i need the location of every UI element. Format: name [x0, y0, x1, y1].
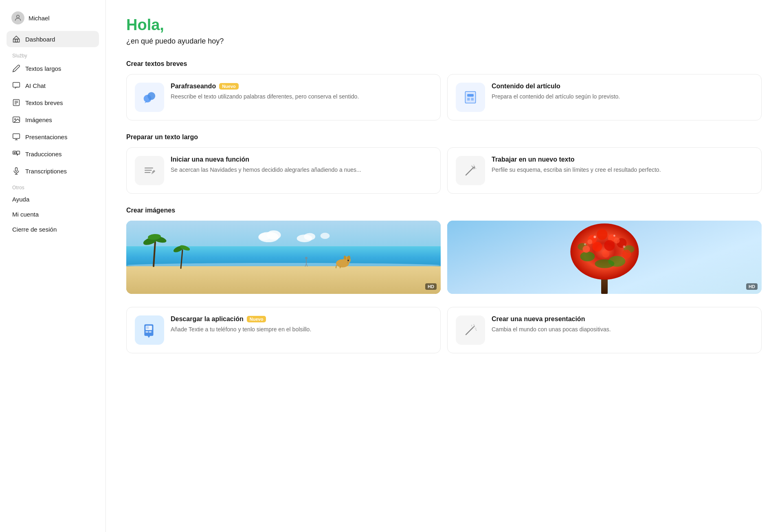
- iniciar-icon-bg: [135, 156, 164, 185]
- parafraseando-content: Parafraseando Nuevo Reescribe el texto u…: [171, 83, 432, 101]
- svg-point-53: [580, 252, 595, 261]
- section-crear-imagenes: Crear imágenes: [126, 207, 762, 214]
- main-content: Hola, ¿en qué puedo ayudarle hoy? Crear …: [106, 0, 782, 532]
- subtitle-text: ¿en qué puedo ayudarle hoy?: [126, 37, 762, 46]
- dashboard-label: Dashboard: [25, 36, 55, 43]
- person-svg: [304, 256, 309, 267]
- trabajar-icon-bg: [456, 156, 485, 185]
- sidebar-item-ayuda[interactable]: Ayuda: [7, 192, 99, 206]
- svg-point-37: [320, 233, 329, 239]
- svg-line-79: [466, 328, 473, 335]
- section-crear-textos: Crear textos breves: [126, 60, 762, 68]
- sidebar-item-mi-cuenta[interactable]: Mi cuenta: [7, 207, 99, 221]
- svg-rect-23: [471, 98, 474, 101]
- cards-preparar: Iniciar una nueva función Se acercan las…: [126, 147, 762, 194]
- svg-point-72: [584, 243, 586, 245]
- contenido-title: Contenido del artículo: [492, 83, 560, 90]
- flower-scene: [447, 221, 762, 294]
- monitor-icon: [12, 133, 20, 141]
- descargar-desc: Añade Textie a tu teléfono y tenlo siemp…: [171, 325, 432, 334]
- edit-lines-icon: [142, 163, 157, 178]
- nav-label: Imágenes: [25, 116, 52, 123]
- iniciar-title-row: Iniciar una nueva función: [171, 156, 432, 163]
- svg-marker-78: [147, 336, 150, 338]
- iniciar-title: Iniciar una nueva función: [171, 156, 249, 163]
- parafraseando-desc: Reescribe el texto utilizando palabras d…: [171, 92, 432, 101]
- svg-point-66: [587, 239, 592, 244]
- images-row: HD: [126, 221, 762, 294]
- trabajar-content: Trabajar en un nuevo texto Perfile su es…: [492, 156, 753, 174]
- card-iniciar-funcion[interactable]: Iniciar una nueva función Se acercan las…: [126, 147, 441, 194]
- card-trabajar-texto[interactable]: Trabajar en un nuevo texto Perfile su es…: [447, 147, 762, 194]
- svg-point-65: [604, 240, 615, 250]
- article-icon: [463, 90, 478, 105]
- svg-rect-9: [13, 134, 20, 139]
- card-descargar-app[interactable]: Descargar la aplicación Nuevo Añade Text…: [126, 307, 441, 353]
- svg-rect-2: [13, 83, 20, 88]
- sidebar-item-imagenes[interactable]: Imágenes: [7, 112, 99, 128]
- sidebar-item-dashboard[interactable]: Dashboard: [7, 31, 99, 47]
- presentacion-icon-bg: [456, 315, 485, 345]
- descargar-badge: Nuevo: [247, 316, 266, 322]
- trabajar-title-row: Trabajar en un nuevo texto: [492, 156, 753, 163]
- nav-label: Transcriptiones: [25, 168, 67, 175]
- home-icon: [12, 35, 20, 43]
- svg-point-55: [595, 259, 614, 268]
- sidebar-item-presentaciones[interactable]: Presentaciones: [7, 129, 99, 145]
- svg-rect-21: [467, 94, 474, 96]
- svg-point-69: [593, 236, 596, 238]
- sidebar-item-transcriptiones[interactable]: Transcriptiones: [7, 163, 99, 179]
- svg-point-47: [347, 260, 349, 261]
- sidebar-item-ai-chat[interactable]: AI Chat: [7, 77, 99, 94]
- presentacion-title-row: Crear una nueva presentación: [492, 315, 753, 323]
- nav-label: Textos largos: [25, 65, 61, 72]
- palm2-svg: [174, 242, 190, 270]
- nav-label: AI Chat: [25, 82, 46, 89]
- svg-point-18: [147, 92, 155, 100]
- presentacion-content: Crear una nueva presentación Cambia el m…: [492, 315, 753, 334]
- avatar: [11, 11, 24, 24]
- greeting-text: Hola,: [126, 16, 762, 34]
- svg-point-34: [259, 233, 270, 240]
- flower-mass-svg: [463, 222, 746, 281]
- svg-point-80: [474, 326, 475, 327]
- card-parafraseando[interactable]: Parafraseando Nuevo Reescribe el texto u…: [126, 74, 441, 120]
- svg-rect-76: [149, 331, 151, 333]
- mic-icon: [12, 167, 20, 175]
- svg-point-59: [597, 229, 607, 239]
- svg-line-84: [476, 329, 477, 330]
- section-preparar: Preparar un texto largo: [126, 134, 762, 141]
- contenido-title-row: Contenido del artículo: [492, 83, 753, 90]
- svg-point-71: [623, 245, 625, 248]
- hd-badge-beach: HD: [425, 283, 437, 290]
- sidebar-item-textos-breves[interactable]: Textos breves: [7, 94, 99, 111]
- parafraseando-icon-bg: [135, 83, 164, 112]
- bottom-cards-row: Descargar la aplicación Nuevo Añade Text…: [126, 307, 762, 353]
- svg-point-62: [582, 245, 590, 253]
- document-icon: [12, 99, 20, 107]
- image-icon: [12, 116, 20, 124]
- sidebar-item-textos-largos[interactable]: Textos largos: [7, 60, 99, 77]
- hd-badge-flowers: HD: [746, 283, 758, 290]
- card-contenido-articulo[interactable]: Contenido del artículo Prepara el conten…: [447, 74, 762, 120]
- card-crear-presentacion[interactable]: Crear una nueva presentación Cambia el m…: [447, 307, 762, 353]
- parafraseando-badge: Nuevo: [219, 83, 239, 90]
- contenido-icon-bg: [456, 83, 485, 112]
- user-name: Michael: [29, 15, 50, 22]
- sidebar-item-traducciones[interactable]: Traducciones: [7, 146, 99, 162]
- svg-line-50: [305, 264, 306, 267]
- svg-point-63: [622, 250, 631, 258]
- svg-line-27: [466, 168, 473, 175]
- descargar-title: Descargar la aplicación: [171, 315, 244, 323]
- image-card-beach[interactable]: HD: [126, 221, 441, 294]
- svg-line-31: [474, 165, 474, 166]
- user-row[interactable]: Michael: [7, 8, 99, 28]
- image-card-flowers[interactable]: HD: [447, 221, 762, 294]
- svg-point-48: [305, 257, 308, 259]
- svg-point-0: [17, 15, 20, 18]
- translate-icon: [12, 150, 20, 158]
- pencil-icon: [12, 64, 20, 72]
- speech-bubble-icon: [142, 90, 157, 105]
- services-section-label: Služby: [7, 48, 99, 60]
- sidebar-item-cierre-sesion[interactable]: Cierre de sesión: [7, 222, 99, 236]
